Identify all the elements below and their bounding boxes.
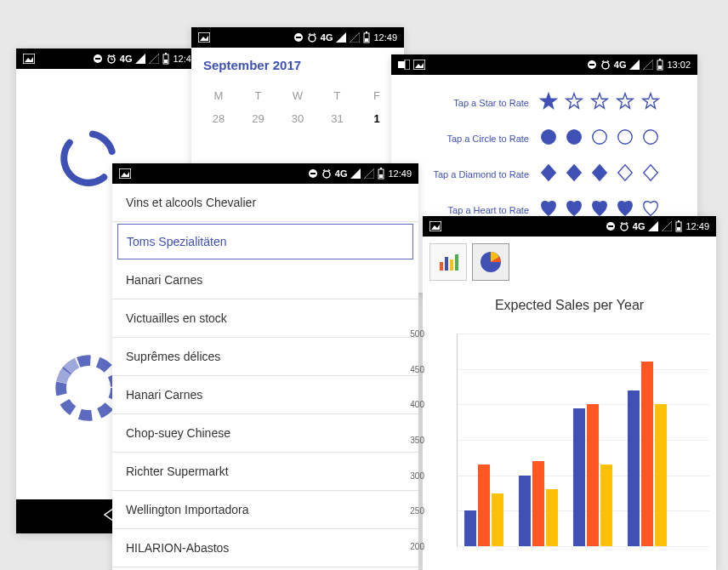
network-label: 4G bbox=[120, 54, 133, 64]
svg-point-55 bbox=[323, 171, 330, 178]
svg-line-25 bbox=[309, 34, 310, 36]
svg-point-67 bbox=[621, 224, 628, 231]
diamond-icon[interactable] bbox=[590, 163, 609, 185]
bar[interactable] bbox=[464, 510, 476, 546]
signal-icon-2 bbox=[662, 221, 672, 231]
diamond-icon[interactable] bbox=[565, 163, 583, 185]
svg-point-15 bbox=[60, 130, 117, 187]
tab-bar-chart[interactable] bbox=[429, 243, 467, 281]
y-tick-label: 300 bbox=[410, 470, 424, 480]
star-icon[interactable] bbox=[539, 92, 558, 114]
calendar-day[interactable]: 31 bbox=[324, 112, 351, 125]
chart-title: Expected Sales per Year bbox=[429, 298, 709, 313]
tab-pie-chart[interactable] bbox=[472, 243, 509, 281]
bar[interactable] bbox=[600, 465, 612, 546]
list-item[interactable]: Chop-suey Chinese bbox=[112, 414, 418, 453]
status-bar: 4G 13:02 bbox=[391, 54, 697, 75]
star-icon[interactable] bbox=[590, 92, 609, 114]
svg-marker-71 bbox=[662, 221, 672, 231]
star-icon[interactable] bbox=[641, 92, 660, 114]
svg-marker-27 bbox=[336, 32, 346, 43]
signal-icon bbox=[648, 221, 658, 231]
list-item[interactable]: Suprêmes délices bbox=[112, 338, 418, 376]
pie-chart-icon bbox=[478, 249, 503, 275]
bar[interactable] bbox=[628, 390, 640, 546]
grid-line bbox=[457, 546, 709, 547]
y-tick-label: 450 bbox=[410, 364, 424, 373]
outlook-icon bbox=[398, 60, 410, 70]
circle-icon[interactable] bbox=[616, 128, 634, 150]
image-icon bbox=[413, 60, 425, 70]
circle-icon[interactable] bbox=[565, 128, 583, 150]
time-label: 13:02 bbox=[667, 60, 691, 70]
chart-tabs bbox=[429, 243, 709, 281]
signal-icon-2 bbox=[350, 32, 360, 43]
phone-list: 4G 12:49 Vins et alcools ChevalierToms S… bbox=[112, 163, 418, 570]
calendar-day[interactable]: 28 bbox=[205, 112, 232, 125]
list-item[interactable]: Victuailles en stock bbox=[112, 299, 418, 338]
svg-rect-62 bbox=[379, 174, 383, 178]
diamond-icon[interactable] bbox=[616, 163, 634, 185]
svg-point-49 bbox=[618, 130, 633, 145]
bar[interactable] bbox=[532, 461, 544, 546]
battery-icon bbox=[363, 31, 370, 43]
rating-icons bbox=[539, 163, 660, 185]
list-item[interactable]: Wellington Importadora bbox=[112, 491, 418, 529]
bar[interactable] bbox=[641, 362, 653, 546]
dnd-icon bbox=[587, 60, 597, 70]
svg-line-7 bbox=[108, 55, 110, 57]
list-content: Vins et alcools ChevalierToms Spezialitä… bbox=[112, 184, 418, 567]
bar[interactable] bbox=[519, 476, 531, 546]
star-icon[interactable] bbox=[616, 92, 634, 114]
svg-line-69 bbox=[626, 223, 628, 225]
rating-row: Tap a Diamond to Rate bbox=[403, 163, 685, 185]
bar[interactable] bbox=[546, 489, 558, 546]
time-label: 12:49 bbox=[685, 221, 709, 231]
network-label: 4G bbox=[633, 221, 646, 231]
signal-icon-2 bbox=[364, 168, 374, 179]
circle-icon[interactable] bbox=[539, 128, 558, 150]
svg-rect-74 bbox=[677, 227, 680, 231]
list-item[interactable]: Richter Supermarkt bbox=[112, 453, 418, 491]
bar[interactable] bbox=[587, 404, 599, 546]
status-bar: 4G 12:49 bbox=[112, 163, 418, 184]
calendar-day-header: W bbox=[284, 89, 311, 102]
svg-rect-23 bbox=[296, 37, 301, 38]
star-icon[interactable] bbox=[565, 92, 583, 114]
y-tick-label: 350 bbox=[410, 436, 424, 445]
circle-icon[interactable] bbox=[641, 128, 660, 150]
bar[interactable] bbox=[478, 465, 490, 546]
calendar-day[interactable]: 1 bbox=[363, 112, 390, 125]
svg-rect-30 bbox=[366, 31, 367, 33]
bar-group bbox=[519, 461, 558, 546]
list-item[interactable]: HILARION-Abastos bbox=[112, 529, 418, 567]
rating-row: Tap a Circle to Rate bbox=[403, 128, 685, 150]
list-item[interactable]: Hanari Carnes bbox=[112, 376, 418, 414]
list-item[interactable]: Vins et alcools Chevalier bbox=[112, 184, 418, 222]
calendar-day[interactable]: 30 bbox=[284, 112, 311, 125]
list-item[interactable]: Hanari Carnes bbox=[112, 261, 418, 299]
bar[interactable] bbox=[573, 408, 585, 547]
calendar-day-header: M bbox=[205, 89, 232, 102]
svg-rect-54 bbox=[310, 173, 316, 174]
svg-line-26 bbox=[314, 34, 316, 36]
bar-group bbox=[628, 362, 667, 546]
rating-label: Tap a Star to Rate bbox=[403, 98, 539, 108]
svg-line-57 bbox=[328, 170, 330, 172]
calendar-day-header: F bbox=[363, 89, 390, 102]
bar[interactable] bbox=[492, 493, 503, 547]
bar[interactable] bbox=[655, 404, 667, 546]
network-label: 4G bbox=[321, 32, 333, 43]
diamond-icon[interactable] bbox=[539, 163, 558, 185]
circle-icon[interactable] bbox=[590, 128, 609, 150]
chart-content: Expected Sales per Year 2002503003504004… bbox=[423, 237, 716, 553]
network-label: 4G bbox=[614, 60, 627, 70]
svg-point-47 bbox=[567, 130, 582, 145]
list-item[interactable]: Toms Spezialitäten bbox=[117, 224, 413, 259]
svg-marker-9 bbox=[135, 54, 145, 64]
rating-label: Tap a Heart to Rate bbox=[403, 205, 539, 215]
calendar-day[interactable]: 29 bbox=[245, 112, 272, 125]
calendar-title[interactable]: September 2017 bbox=[203, 58, 392, 72]
diamond-icon[interactable] bbox=[641, 163, 660, 185]
svg-marker-41 bbox=[629, 60, 640, 70]
